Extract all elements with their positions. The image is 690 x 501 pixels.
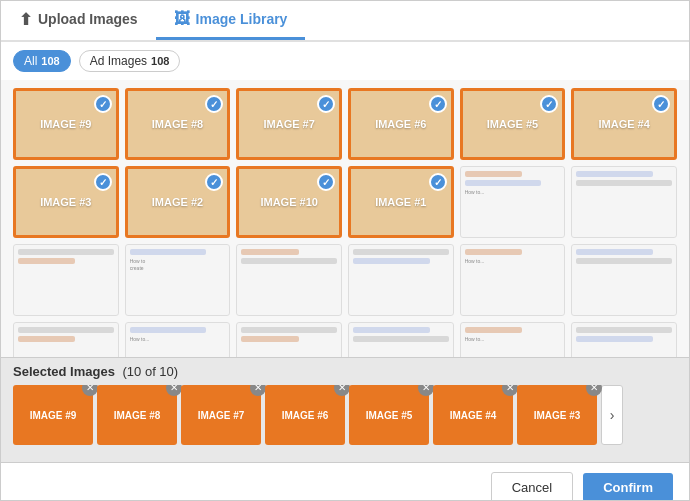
selected-thumb-5[interactable]: IMAGE #5 ✕ <box>349 385 429 445</box>
image-cell-ss4[interactable]: How tocreate <box>125 244 231 316</box>
selected-panel-title: Selected Images (10 of 10) <box>13 364 677 379</box>
footer: Cancel Confirm <box>1 462 689 501</box>
selected-panel: Selected Images (10 of 10) IMAGE #9 ✕ IM… <box>1 357 689 462</box>
selected-thumb-9[interactable]: IMAGE #9 ✕ <box>13 385 93 445</box>
remove-badge-9[interactable]: ✕ <box>82 385 98 396</box>
image-cell-ss9[interactable] <box>13 322 119 357</box>
filter-ad-count: 108 <box>151 55 169 67</box>
image-cell-8[interactable]: IMAGE #8 ✓ <box>125 88 231 160</box>
image-1-label: IMAGE #1 <box>375 196 426 208</box>
check-badge-10: ✓ <box>317 173 335 191</box>
selected-title-text: Selected Images <box>13 364 115 379</box>
selected-thumb-8[interactable]: IMAGE #8 ✕ <box>97 385 177 445</box>
image-cell-ss5[interactable] <box>236 244 342 316</box>
check-badge-9: ✓ <box>94 95 112 113</box>
image-cell-7[interactable]: IMAGE #7 ✓ <box>236 88 342 160</box>
strip-next-arrow[interactable]: › <box>601 385 623 445</box>
check-badge-2: ✓ <box>205 173 223 191</box>
tab-library[interactable]: 🖼 Image Library <box>156 1 306 40</box>
selected-thumb-4[interactable]: IMAGE #4 ✕ <box>433 385 513 445</box>
image-10-label: IMAGE #10 <box>260 196 317 208</box>
selected-thumb-3[interactable]: IMAGE #3 ✕ <box>517 385 597 445</box>
image-cell-10[interactable]: IMAGE #10 ✓ <box>236 166 342 238</box>
selected-thumb-3-label: IMAGE #3 <box>534 410 581 421</box>
selected-thumb-4-label: IMAGE #4 <box>450 410 497 421</box>
filter-all-button[interactable]: All 108 <box>13 50 71 72</box>
image-3-label: IMAGE #3 <box>40 196 91 208</box>
image-cell-2[interactable]: IMAGE #2 ✓ <box>125 166 231 238</box>
image-cell-ss1[interactable]: How to... <box>460 166 566 238</box>
image-cell-ss11[interactable] <box>236 322 342 357</box>
image-6-label: IMAGE #6 <box>375 118 426 130</box>
tab-upload[interactable]: ⬆ Upload Images <box>1 1 156 40</box>
upload-icon: ⬆ <box>19 10 32 29</box>
tab-library-label: Image Library <box>196 11 288 27</box>
remove-badge-7[interactable]: ✕ <box>250 385 266 396</box>
image-cell-5[interactable]: IMAGE #5 ✓ <box>460 88 566 160</box>
image-cell-ss7[interactable]: How to... <box>460 244 566 316</box>
confirm-button[interactable]: Confirm <box>583 473 673 501</box>
check-badge-6: ✓ <box>429 95 447 113</box>
image-grid: IMAGE #9 ✓ IMAGE #8 ✓ IMAGE #7 ✓ IMAGE #… <box>13 88 677 357</box>
filter-bar: All 108 Ad Images 108 <box>1 42 689 80</box>
image-grid-area: IMAGE #9 ✓ IMAGE #8 ✓ IMAGE #7 ✓ IMAGE #… <box>1 80 689 357</box>
filter-all-label: All <box>24 54 37 68</box>
image-cell-ss3[interactable] <box>13 244 119 316</box>
selected-thumb-7[interactable]: IMAGE #7 ✕ <box>181 385 261 445</box>
check-badge-3: ✓ <box>94 173 112 191</box>
filter-ad-button[interactable]: Ad Images 108 <box>79 50 181 72</box>
selected-thumb-8-label: IMAGE #8 <box>114 410 161 421</box>
remove-badge-5[interactable]: ✕ <box>418 385 434 396</box>
remove-badge-4[interactable]: ✕ <box>502 385 518 396</box>
check-badge-5: ✓ <box>540 95 558 113</box>
selected-thumb-5-label: IMAGE #5 <box>366 410 413 421</box>
image-2-label: IMAGE #2 <box>152 196 203 208</box>
image-8-label: IMAGE #8 <box>152 118 203 130</box>
image-cell-ss6[interactable] <box>348 244 454 316</box>
image-7-label: IMAGE #7 <box>263 118 314 130</box>
header-tabs: ⬆ Upload Images 🖼 Image Library <box>1 1 689 42</box>
remove-badge-6[interactable]: ✕ <box>334 385 350 396</box>
library-icon: 🖼 <box>174 10 190 28</box>
selected-count-text: (10 of 10) <box>123 364 179 379</box>
selected-thumb-6-label: IMAGE #6 <box>282 410 329 421</box>
image-cell-4[interactable]: IMAGE #4 ✓ <box>571 88 677 160</box>
check-badge-8: ✓ <box>205 95 223 113</box>
image-cell-ss12[interactable] <box>348 322 454 357</box>
image-cell-6[interactable]: IMAGE #6 ✓ <box>348 88 454 160</box>
selected-strip: IMAGE #9 ✕ IMAGE #8 ✕ IMAGE #7 ✕ IMAGE #… <box>13 385 677 445</box>
image-cell-ss13[interactable]: How to... <box>460 322 566 357</box>
filter-ad-label: Ad Images <box>90 54 147 68</box>
image-5-label: IMAGE #5 <box>487 118 538 130</box>
selected-thumb-7-label: IMAGE #7 <box>198 410 245 421</box>
check-badge-7: ✓ <box>317 95 335 113</box>
image-cell-ss8[interactable] <box>571 244 677 316</box>
image-cell-ss10[interactable]: How to... <box>125 322 231 357</box>
selected-thumb-6[interactable]: IMAGE #6 ✕ <box>265 385 345 445</box>
remove-badge-8[interactable]: ✕ <box>166 385 182 396</box>
image-9-label: IMAGE #9 <box>40 118 91 130</box>
image-cell-1[interactable]: IMAGE #1 ✓ <box>348 166 454 238</box>
remove-badge-3[interactable]: ✕ <box>586 385 602 396</box>
check-badge-4: ✓ <box>652 95 670 113</box>
image-cell-3[interactable]: IMAGE #3 ✓ <box>13 166 119 238</box>
check-badge-1: ✓ <box>429 173 447 191</box>
image-4-label: IMAGE #4 <box>598 118 649 130</box>
image-cell-9[interactable]: IMAGE #9 ✓ <box>13 88 119 160</box>
filter-all-count: 108 <box>41 55 59 67</box>
image-cell-ss14[interactable] <box>571 322 677 357</box>
cancel-button[interactable]: Cancel <box>491 472 573 501</box>
tab-upload-label: Upload Images <box>38 11 138 27</box>
selected-thumb-9-label: IMAGE #9 <box>30 410 77 421</box>
image-cell-ss2[interactable] <box>571 166 677 238</box>
